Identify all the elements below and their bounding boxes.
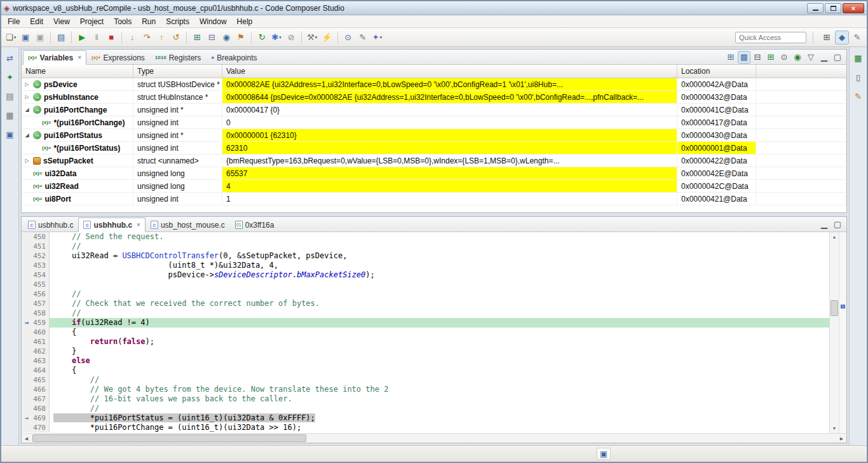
- scroll-right-icon[interactable]: ▶: [837, 434, 846, 443]
- menu-view[interactable]: View: [48, 16, 75, 27]
- minimize-editor-button[interactable]: ▁: [818, 218, 831, 231]
- console-view-button[interactable]: ▣: [3, 127, 17, 141]
- menu-scripts[interactable]: Scripts: [161, 16, 194, 27]
- ccs-debug-perspective-button[interactable]: ◆: [835, 31, 849, 45]
- continuous-refresh-button[interactable]: ◉: [791, 51, 804, 64]
- code-line[interactable]: 460 {: [22, 328, 829, 337]
- menu-help[interactable]: Help: [232, 16, 258, 27]
- variable-row[interactable]: (x)=ui32Readunsigned long40x0000042C@Dat…: [22, 180, 846, 193]
- code-line[interactable]: →469 *pui16PortStatus = (uint16_t)(ui32D…: [22, 413, 829, 423]
- breakpoint-button[interactable]: ✱▾: [269, 31, 283, 45]
- close-tab-icon[interactable]: ×: [78, 54, 81, 61]
- line-number[interactable]: 460: [32, 328, 50, 337]
- minimized-view-button-4[interactable]: ▦: [3, 108, 17, 122]
- scroll-down-icon[interactable]: ▼: [830, 424, 839, 433]
- menu-edit[interactable]: Edit: [25, 16, 48, 27]
- code-line[interactable]: →459 if(ui32Read != 4): [22, 318, 829, 328]
- build-button[interactable]: ⚒▾: [305, 31, 319, 45]
- code-area[interactable]: 450 // Send the request.451 //452 ui32Re…: [22, 232, 829, 433]
- annotate-button[interactable]: ✎: [356, 31, 370, 45]
- editor-tab-0x3ff16a[interactable]: 010x3ff16a: [230, 218, 280, 232]
- line-number[interactable]: 468: [32, 404, 50, 413]
- layout-button[interactable]: ▦: [738, 51, 750, 64]
- memory-browser-button[interactable]: ⊟: [205, 31, 219, 45]
- pin-view-button[interactable]: ⊙: [778, 51, 790, 64]
- vertical-scroll-thumb[interactable]: [831, 300, 838, 317]
- line-number[interactable]: 470: [32, 423, 50, 432]
- step-return-button[interactable]: ↑: [154, 31, 168, 45]
- line-number[interactable]: 452: [32, 251, 50, 261]
- line-number[interactable]: 469: [32, 413, 50, 423]
- save-all-button[interactable]: ▣: [33, 31, 47, 45]
- code-line[interactable]: 463 else: [22, 356, 829, 366]
- menu-file[interactable]: File: [3, 16, 25, 27]
- minimize-view-button[interactable]: ▁: [818, 51, 831, 64]
- line-number[interactable]: 467: [32, 394, 50, 404]
- line-number[interactable]: 465: [32, 375, 50, 385]
- close-window-button[interactable]: ×: [843, 3, 864, 13]
- step-over-button[interactable]: ↷: [140, 31, 154, 45]
- wand-button[interactable]: ✦▾: [370, 31, 384, 45]
- new-variables-view-button[interactable]: ⊞: [764, 51, 777, 64]
- expander-icon[interactable]: ▷: [24, 81, 31, 87]
- column-header-location[interactable]: Location: [677, 65, 756, 78]
- side-grid-button[interactable]: ▦: [851, 51, 865, 65]
- expander-icon[interactable]: ◢: [24, 132, 31, 138]
- reset-cpu-button[interactable]: ↺: [169, 31, 183, 45]
- tab-registers[interactable]: 1010Registers: [150, 50, 206, 65]
- line-number[interactable]: 458: [32, 308, 50, 318]
- line-number[interactable]: 461: [32, 337, 50, 347]
- line-number[interactable]: 450: [32, 232, 50, 242]
- code-line[interactable]: 466 // We got 4 bytes from the device. N…: [22, 385, 829, 394]
- column-header-value[interactable]: Value: [222, 65, 677, 78]
- variable-row[interactable]: (x)=ui8Portunsigned int10x00000421@Data: [22, 193, 846, 205]
- close-tab-icon[interactable]: ×: [137, 221, 140, 228]
- tab-expressions[interactable]: (x)+Expressions: [86, 50, 150, 65]
- code-line[interactable]: 470 *pui16PortChange = (uint16_t)(ui32Da…: [22, 423, 829, 432]
- scroll-left-icon[interactable]: ◀: [22, 434, 31, 443]
- side-device-button[interactable]: ▯: [851, 70, 865, 84]
- ccs-edit-perspective-button[interactable]: ✎: [850, 31, 864, 45]
- quick-access-input[interactable]: [735, 32, 806, 43]
- vertical-scroll-track[interactable]: [830, 242, 839, 424]
- code-line[interactable]: 452 ui32Read = USBHCDControlTransfer(0, …: [22, 251, 829, 261]
- code-line[interactable]: 464 {: [22, 366, 829, 375]
- line-number[interactable]: 453: [32, 261, 50, 270]
- line-number[interactable]: 463: [32, 356, 50, 366]
- tab-variables[interactable]: (x)=Variables×: [23, 50, 86, 65]
- scroll-up-icon[interactable]: ▲: [830, 232, 839, 242]
- code-line[interactable]: 462 }: [22, 347, 829, 356]
- minimized-view-button-1[interactable]: ⇄: [3, 51, 17, 65]
- code-line[interactable]: 453 (uint8_t *)&ui32Data, 4,: [22, 261, 829, 270]
- search-button[interactable]: ⊙: [341, 31, 355, 45]
- terminate-button[interactable]: ■: [104, 31, 118, 45]
- line-number[interactable]: 451: [32, 242, 50, 251]
- overview-marker[interactable]: [841, 305, 845, 308]
- overview-ruler[interactable]: [839, 232, 846, 433]
- resume-button[interactable]: ▶: [75, 31, 89, 45]
- variable-row[interactable]: (x)=*(pui16PortStatus)unsigned int623100…: [22, 142, 846, 155]
- line-number[interactable]: 455: [32, 280, 50, 289]
- flash-button[interactable]: ⚡: [320, 31, 334, 45]
- code-line[interactable]: 468 //: [22, 404, 829, 413]
- line-number[interactable]: 456: [32, 289, 50, 299]
- code-line[interactable]: 450 // Send the request.: [22, 232, 829, 242]
- horizontal-scroll-track[interactable]: [31, 434, 837, 443]
- target-flag-button[interactable]: ⚑: [234, 31, 248, 45]
- line-number[interactable]: 459: [32, 318, 50, 328]
- view-menu-button[interactable]: ▽: [804, 51, 817, 64]
- expander-icon[interactable]: ▷: [24, 158, 31, 163]
- expander-icon[interactable]: ◢: [24, 107, 31, 113]
- side-edit-button[interactable]: ✎: [851, 89, 865, 103]
- suspend-button[interactable]: ‖: [90, 31, 104, 45]
- variable-row[interactable]: ◢→pui16PortStatusunsigned int *0x0000000…: [22, 129, 846, 142]
- variable-row[interactable]: (x)=*(pui16PortChange)unsigned int00x000…: [22, 116, 846, 129]
- title-bar[interactable]: ◈ workspace_v8_usbHub_reCompile - usb_ho…: [1, 1, 867, 15]
- code-line[interactable]: 465 //: [22, 375, 829, 385]
- variable-row[interactable]: ▷→psDevicestruct tUSBHostDevice *0x00008…: [22, 78, 846, 91]
- save-button[interactable]: ▣: [18, 31, 32, 45]
- line-number[interactable]: 462: [32, 347, 50, 356]
- maximize-window-button[interactable]: [825, 3, 841, 13]
- view-registers-button[interactable]: ⊞: [190, 31, 204, 45]
- tab-breakpoints[interactable]: ●Breakpoints: [206, 50, 262, 65]
